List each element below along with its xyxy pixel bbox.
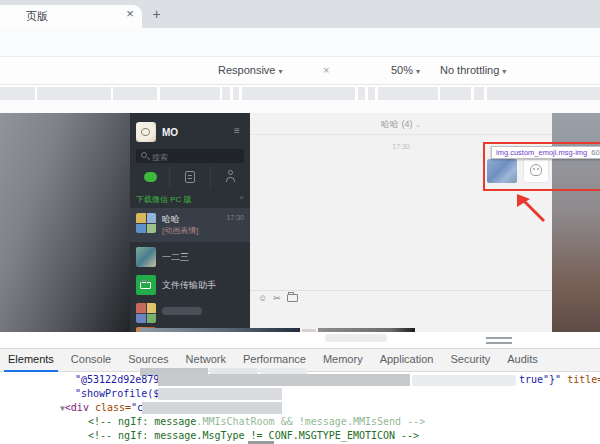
send-file-icon[interactable] [287, 294, 298, 302]
redaction-box [158, 374, 410, 386]
tab-contacts[interactable] [170, 166, 210, 188]
redaction-box [0, 87, 35, 100]
chevron-down-icon: ▾ [502, 67, 506, 76]
tab-elements[interactable]: Elements [8, 348, 54, 372]
menu-icon[interactable]: ≡ [234, 125, 240, 136]
redaction-box [242, 87, 355, 100]
redaction-box [158, 388, 282, 400]
redaction-box [440, 87, 471, 100]
redaction-box [368, 87, 375, 100]
redaction-box [474, 87, 484, 100]
new-tab-button[interactable]: + [148, 6, 165, 23]
elements-panel-code: "@53122d92e8799 true"}" title= "showProf… [0, 372, 600, 444]
blurred-bookmarks-strip [0, 86, 600, 101]
browser-tab[interactable] [0, 5, 142, 28]
viewport-resize-handle[interactable] [486, 337, 512, 344]
person-icon [226, 170, 236, 183]
chat-avatar [136, 247, 156, 267]
browser-tab-strip: 页版 × + [0, 0, 600, 28]
sidebar-tabs [130, 166, 250, 188]
download-banner[interactable]: 下载微信 PC 版 × [130, 190, 250, 207]
tab-profile[interactable] [211, 166, 250, 188]
redaction-box [325, 334, 387, 342]
code-line[interactable]: ▼<div class="con [60, 402, 155, 413]
annotation-arrow [508, 191, 554, 227]
tab-title: 页版 [26, 9, 48, 24]
viewport-margin [0, 332, 600, 348]
chat-list-item[interactable]: 一二三 [130, 242, 250, 270]
tab-chats[interactable] [130, 166, 170, 188]
chat-header: 哈哈 (4) ⌄ [250, 113, 552, 135]
code-line[interactable]: true"}" title= [519, 374, 600, 385]
close-icon[interactable]: × [239, 193, 244, 202]
responsive-viewport: MO ≡ 搜索 下载微信 PC 版 × 哈哈 [0, 113, 600, 332]
tab-console[interactable]: Console [71, 348, 111, 372]
redaction-box [222, 87, 230, 100]
tab-memory[interactable]: Memory [323, 348, 363, 372]
wechat-sidebar: MO ≡ 搜索 下载微信 PC 版 × 哈哈 [130, 113, 250, 332]
dimension-separator: × [323, 64, 329, 76]
redaction-box [162, 307, 202, 315]
group-avatar [136, 213, 156, 233]
code-line[interactable]: <!-- ngIf: message.MsgType != CONF.MSGTY… [88, 430, 419, 441]
zoom-dropdown[interactable]: 50%▾ [391, 64, 420, 76]
chevron-down-icon[interactable]: ⌄ [415, 121, 421, 128]
redaction-box [487, 87, 600, 100]
device-type-dropdown[interactable]: Responsive▾ [218, 64, 283, 76]
code-line[interactable]: "@53122d92e8799 [75, 374, 165, 385]
download-banner-text: 下载微信 PC 版 [136, 194, 192, 205]
browser-toolbar: ↻ ⌂ i https://wx2.q [0, 28, 600, 57]
tab-close-icon[interactable]: × [122, 6, 138, 22]
redaction-box [160, 87, 220, 100]
device-mode-toolbar: Responsive▾ 1728 × 486 50%▾ No throttlin… [0, 57, 600, 85]
chevron-down-icon: ▾ [278, 67, 282, 76]
screenshot-root: 页版 × + ↻ ⌂ i https://wx2.q Responsive▾ 1… [0, 0, 600, 444]
chat-input-toolbar: ☺✂ [258, 293, 298, 303]
tab-security[interactable]: Security [450, 348, 490, 372]
throttling-dropdown[interactable]: No throttling▾ [440, 64, 506, 76]
file-helper-avatar [136, 275, 156, 295]
user-avatar[interactable] [136, 122, 156, 142]
divider [250, 290, 552, 291]
contacts-icon [185, 171, 195, 183]
spacer [0, 101, 600, 113]
code-line[interactable]: "showProfile($e [75, 388, 165, 399]
search-icon [141, 152, 147, 158]
chat-list-item[interactable]: 文件传输助手 [130, 270, 250, 298]
search-input[interactable]: 搜索 [136, 149, 244, 163]
devtools-panel: Elements Console Sources Network Perform… [0, 348, 600, 444]
redaction-box [358, 87, 365, 100]
blur-overlay [196, 416, 426, 428]
scissors-icon[interactable]: ✂ [273, 293, 287, 303]
redaction-box [142, 402, 282, 414]
redaction-box [233, 87, 239, 100]
annotation-rectangle [483, 142, 600, 191]
tab-application[interactable]: Application [380, 348, 434, 372]
search-placeholder: 搜索 [152, 152, 168, 163]
chat-list-item[interactable]: 哈哈 17:30 [动画表情] [130, 208, 250, 242]
group-avatar [136, 303, 156, 323]
username: MO [162, 127, 178, 138]
tab-audits[interactable]: Audits [507, 348, 538, 372]
redaction-box [37, 87, 111, 100]
chevron-down-icon: ▾ [416, 67, 420, 76]
redaction-box [113, 87, 157, 100]
redaction-box [412, 375, 516, 386]
chat-bubble-icon [144, 172, 157, 182]
folder-icon [140, 282, 151, 289]
emoji-icon[interactable]: ☺ [258, 293, 273, 303]
chat-list-item[interactable] [130, 298, 250, 326]
page-background-left [0, 113, 130, 332]
redaction-box [378, 87, 438, 100]
